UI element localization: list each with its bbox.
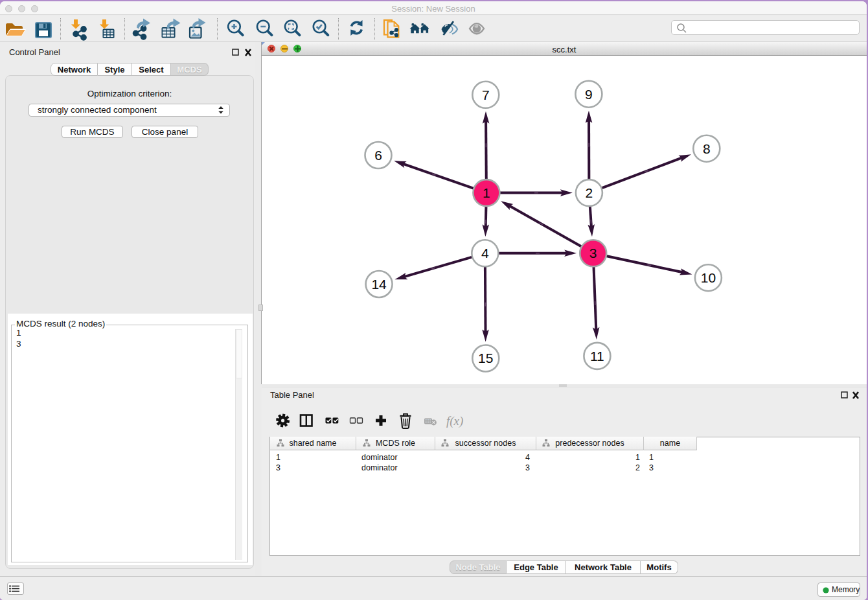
svg-text:8: 8 [703,141,711,156]
svg-text:9: 9 [585,87,593,102]
svg-text:11: 11 [590,349,604,363]
svg-text:15: 15 [478,351,493,365]
svg-text:2: 2 [586,185,593,200]
svg-text:1: 1 [483,185,490,200]
svg-text:7: 7 [482,87,490,102]
svg-text:3: 3 [589,246,597,260]
svg-text:14: 14 [371,277,387,292]
svg-text:6: 6 [374,148,382,163]
svg-text:10: 10 [701,270,716,285]
svg-text:4: 4 [481,246,489,260]
svg-text:f(x): f(x) [446,414,463,428]
